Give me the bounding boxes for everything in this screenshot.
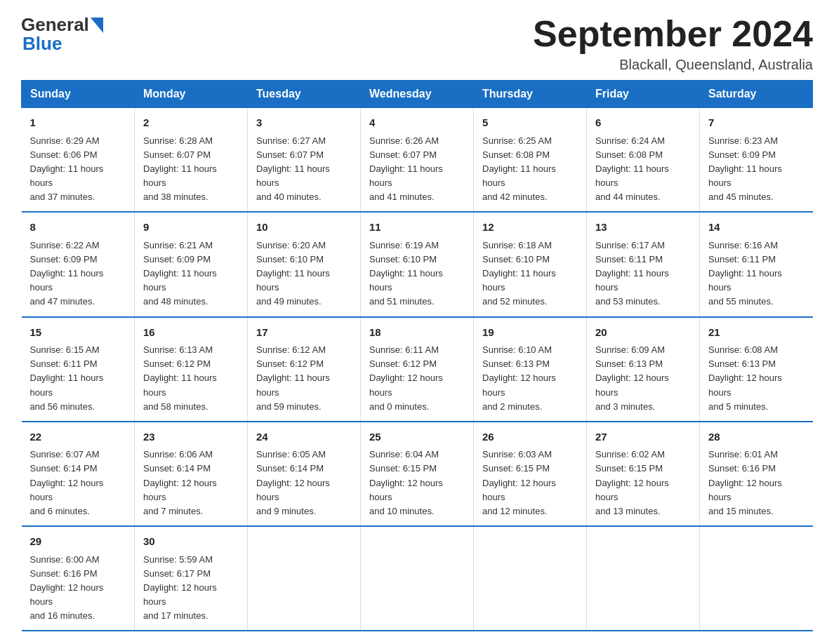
day-number: 3 [256, 115, 352, 131]
day-number: 7 [708, 115, 805, 131]
logo: General Blue [21, 14, 103, 55]
day-info: Sunrise: 6:26 AMSunset: 6:07 PMDaylight:… [369, 135, 443, 203]
day-info: Sunrise: 6:09 AMSunset: 6:13 PMDaylight:… [595, 344, 669, 412]
day-cell: 27 Sunrise: 6:02 AMSunset: 6:15 PMDaylig… [587, 422, 700, 526]
day-number: 12 [482, 220, 578, 236]
day-cell: 3 Sunrise: 6:27 AMSunset: 6:07 PMDayligh… [248, 108, 361, 213]
day-cell: 13 Sunrise: 6:17 AMSunset: 6:11 PMDaylig… [587, 212, 700, 316]
week-row-1: 1 Sunrise: 6:29 AMSunset: 6:06 PMDayligh… [22, 108, 813, 213]
day-info: Sunrise: 6:05 AMSunset: 6:14 PMDaylight:… [256, 449, 330, 516]
calendar-header-row: SundayMondayTuesdayWednesdayThursdayFrid… [22, 81, 813, 108]
day-info: Sunrise: 6:10 AMSunset: 6:13 PMDaylight:… [482, 344, 556, 412]
logo-triangle-icon [91, 18, 103, 33]
day-number: 30 [143, 534, 239, 550]
day-info: Sunrise: 6:19 AMSunset: 6:10 PMDaylight:… [369, 240, 443, 307]
svg-marker-0 [91, 18, 103, 33]
day-cell: 23 Sunrise: 6:06 AMSunset: 6:14 PMDaylig… [135, 422, 248, 526]
day-info: Sunrise: 6:08 AMSunset: 6:13 PMDaylight:… [708, 344, 782, 412]
day-number: 16 [143, 325, 239, 341]
header-wednesday: Wednesday [361, 81, 474, 108]
day-info: Sunrise: 6:18 AMSunset: 6:10 PMDaylight:… [482, 240, 556, 307]
day-number: 29 [30, 534, 126, 550]
day-cell [700, 526, 813, 631]
day-number: 23 [143, 429, 239, 445]
day-number: 9 [143, 220, 239, 236]
page-header: General Blue September 2024 Blackall, Qu… [21, 14, 813, 73]
day-number: 6 [595, 115, 691, 131]
day-number: 25 [369, 429, 465, 445]
day-cell [361, 526, 474, 631]
day-info: Sunrise: 6:17 AMSunset: 6:11 PMDaylight:… [595, 240, 669, 307]
day-cell: 30 Sunrise: 5:59 AMSunset: 6:17 PMDaylig… [135, 526, 248, 631]
month-title: September 2024 [533, 14, 813, 54]
day-number: 1 [30, 115, 126, 131]
header-friday: Friday [587, 81, 700, 108]
day-info: Sunrise: 6:24 AMSunset: 6:08 PMDaylight:… [595, 135, 669, 203]
day-info: Sunrise: 6:06 AMSunset: 6:14 PMDaylight:… [143, 449, 217, 516]
day-number: 17 [256, 325, 352, 341]
week-row-5: 29 Sunrise: 6:00 AMSunset: 6:16 PMDaylig… [22, 526, 813, 631]
day-info: Sunrise: 6:07 AMSunset: 6:14 PMDaylight:… [30, 449, 104, 516]
day-cell: 8 Sunrise: 6:22 AMSunset: 6:09 PMDayligh… [22, 212, 135, 316]
day-info: Sunrise: 6:28 AMSunset: 6:07 PMDaylight:… [143, 135, 217, 203]
day-number: 26 [482, 429, 578, 445]
day-cell: 4 Sunrise: 6:26 AMSunset: 6:07 PMDayligh… [361, 108, 474, 213]
day-cell: 6 Sunrise: 6:24 AMSunset: 6:08 PMDayligh… [587, 108, 700, 213]
day-cell: 25 Sunrise: 6:04 AMSunset: 6:15 PMDaylig… [361, 422, 474, 526]
day-info: Sunrise: 6:27 AMSunset: 6:07 PMDaylight:… [256, 135, 330, 203]
day-info: Sunrise: 6:13 AMSunset: 6:12 PMDaylight:… [143, 344, 217, 412]
day-cell: 29 Sunrise: 6:00 AMSunset: 6:16 PMDaylig… [22, 526, 135, 631]
day-info: Sunrise: 6:15 AMSunset: 6:11 PMDaylight:… [30, 344, 104, 412]
day-number: 28 [708, 429, 805, 445]
day-info: Sunrise: 6:20 AMSunset: 6:10 PMDaylight:… [256, 240, 330, 307]
header-monday: Monday [135, 81, 248, 108]
day-number: 21 [708, 325, 805, 341]
day-cell: 9 Sunrise: 6:21 AMSunset: 6:09 PMDayligh… [135, 212, 248, 316]
day-info: Sunrise: 6:04 AMSunset: 6:15 PMDaylight:… [369, 449, 443, 516]
day-number: 15 [30, 325, 126, 341]
day-number: 18 [369, 325, 465, 341]
day-cell: 20 Sunrise: 6:09 AMSunset: 6:13 PMDaylig… [587, 317, 700, 422]
day-number: 8 [30, 220, 126, 236]
day-number: 13 [595, 220, 691, 236]
day-number: 11 [369, 220, 465, 236]
day-info: Sunrise: 5:59 AMSunset: 6:17 PMDaylight:… [143, 554, 217, 622]
day-cell: 16 Sunrise: 6:13 AMSunset: 6:12 PMDaylig… [135, 317, 248, 422]
day-info: Sunrise: 6:11 AMSunset: 6:12 PMDaylight:… [369, 344, 443, 412]
day-cell: 19 Sunrise: 6:10 AMSunset: 6:13 PMDaylig… [474, 317, 587, 422]
header-sunday: Sunday [22, 81, 135, 108]
day-number: 20 [595, 325, 691, 341]
day-info: Sunrise: 6:22 AMSunset: 6:09 PMDaylight:… [30, 240, 104, 307]
day-number: 5 [482, 115, 578, 131]
day-info: Sunrise: 6:00 AMSunset: 6:16 PMDaylight:… [30, 554, 104, 622]
title-block: September 2024 Blackall, Queensland, Aus… [533, 14, 813, 73]
day-cell: 18 Sunrise: 6:11 AMSunset: 6:12 PMDaylig… [361, 317, 474, 422]
header-saturday: Saturday [700, 81, 813, 108]
calendar-table: SundayMondayTuesdayWednesdayThursdayFrid… [21, 80, 813, 631]
day-cell: 15 Sunrise: 6:15 AMSunset: 6:11 PMDaylig… [22, 317, 135, 422]
week-row-3: 15 Sunrise: 6:15 AMSunset: 6:11 PMDaylig… [22, 317, 813, 422]
day-number: 10 [256, 220, 352, 236]
day-cell: 12 Sunrise: 6:18 AMSunset: 6:10 PMDaylig… [474, 212, 587, 316]
day-number: 22 [30, 429, 126, 445]
week-row-2: 8 Sunrise: 6:22 AMSunset: 6:09 PMDayligh… [22, 212, 813, 316]
day-info: Sunrise: 6:23 AMSunset: 6:09 PMDaylight:… [708, 135, 782, 203]
day-cell: 10 Sunrise: 6:20 AMSunset: 6:10 PMDaylig… [248, 212, 361, 316]
day-number: 14 [708, 220, 805, 236]
day-cell [474, 526, 587, 631]
day-info: Sunrise: 6:12 AMSunset: 6:12 PMDaylight:… [256, 344, 330, 412]
day-cell: 7 Sunrise: 6:23 AMSunset: 6:09 PMDayligh… [700, 108, 813, 213]
day-number: 2 [143, 115, 239, 131]
day-cell: 14 Sunrise: 6:16 AMSunset: 6:11 PMDaylig… [700, 212, 813, 316]
day-number: 4 [369, 115, 465, 131]
day-info: Sunrise: 6:25 AMSunset: 6:08 PMDaylight:… [482, 135, 556, 203]
day-cell: 11 Sunrise: 6:19 AMSunset: 6:10 PMDaylig… [361, 212, 474, 316]
day-cell: 22 Sunrise: 6:07 AMSunset: 6:14 PMDaylig… [22, 422, 135, 526]
day-cell: 28 Sunrise: 6:01 AMSunset: 6:16 PMDaylig… [700, 422, 813, 526]
day-info: Sunrise: 6:29 AMSunset: 6:06 PMDaylight:… [30, 135, 104, 203]
week-row-4: 22 Sunrise: 6:07 AMSunset: 6:14 PMDaylig… [22, 422, 813, 526]
day-cell: 17 Sunrise: 6:12 AMSunset: 6:12 PMDaylig… [248, 317, 361, 422]
day-cell: 26 Sunrise: 6:03 AMSunset: 6:15 PMDaylig… [474, 422, 587, 526]
day-info: Sunrise: 6:16 AMSunset: 6:11 PMDaylight:… [708, 240, 782, 307]
day-info: Sunrise: 6:02 AMSunset: 6:15 PMDaylight:… [595, 449, 669, 516]
